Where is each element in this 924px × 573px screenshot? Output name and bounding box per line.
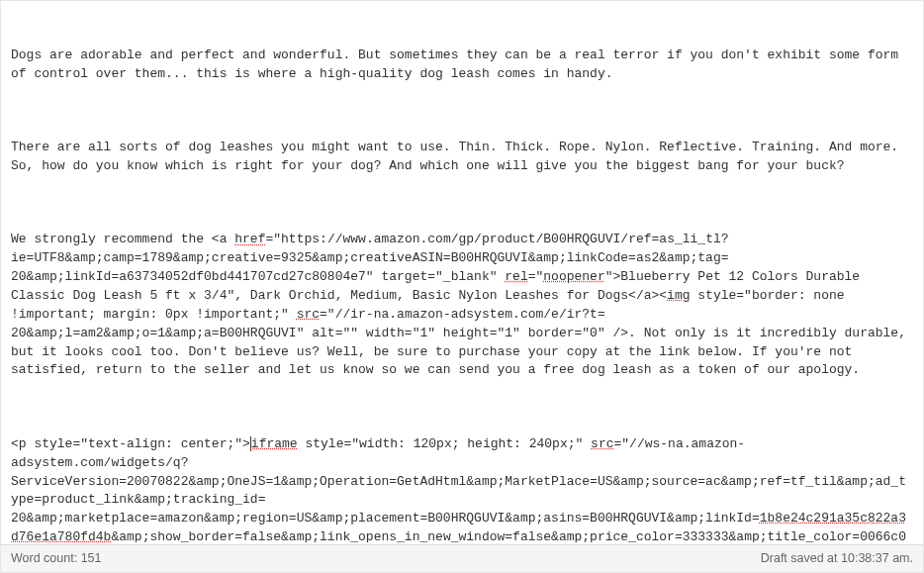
spell-error: rel — [505, 269, 527, 284]
draft-saved-status: Draft saved at 10:38:37 am. — [761, 549, 913, 567]
text-editor-window: Dogs are adorable and perfect and wonder… — [0, 0, 924, 573]
spell-error: iframe — [251, 436, 298, 451]
status-bar: Word count: 151 Draft saved at 10:38:37 … — [1, 544, 923, 572]
paragraph-2: There are all sorts of dog leashes you m… — [11, 139, 913, 176]
spell-error: href — [234, 232, 265, 246]
spell-error: noopener — [543, 269, 604, 284]
spell-error: src — [591, 436, 613, 451]
paragraph-4: <p style="text-align: center;">iframe st… — [11, 435, 913, 542]
html-source-editor[interactable]: Dogs are adorable and perfect and wonder… — [1, 1, 923, 542]
paragraph-1: Dogs are adorable and perfect and wonder… — [11, 47, 913, 84]
paragraph-3: We strongly recommend the <a href="https… — [11, 231, 913, 380]
word-count: Word count: 151 — [11, 549, 102, 567]
spell-error: img — [667, 288, 690, 303]
spell-error: src — [297, 307, 320, 322]
